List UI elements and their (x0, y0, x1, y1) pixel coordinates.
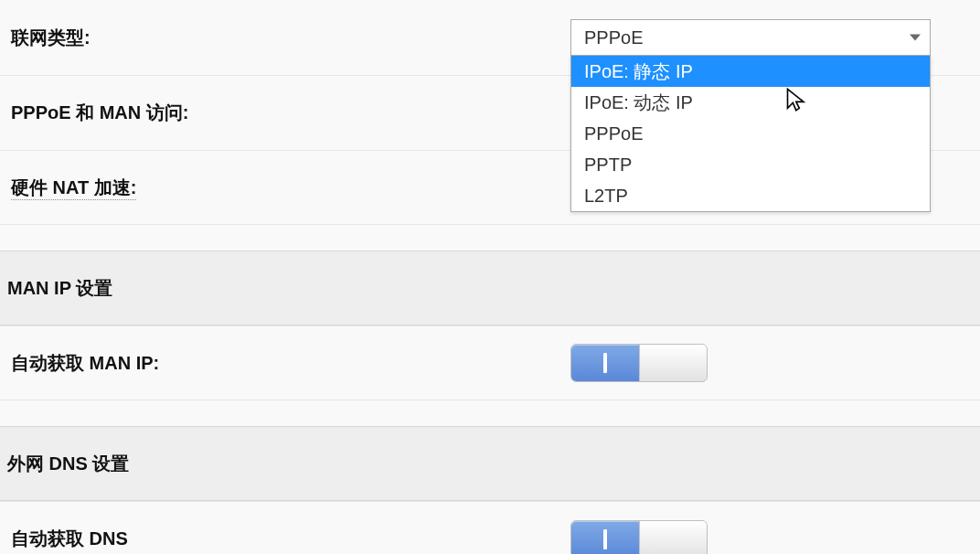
connection-type-select[interactable]: PPPoE (570, 19, 931, 56)
connection-type-option[interactable]: PPPoE (571, 118, 930, 149)
spacer (0, 400, 980, 426)
row-auto-man-ip: 自动获取 MAN IP: (0, 325, 980, 400)
connection-type-dropdown[interactable]: IPoE: 静态 IP IPoE: 动态 IP PPPoE PPTP L2TP (570, 55, 931, 212)
connection-type-option[interactable]: L2TP (571, 180, 930, 211)
row-auto-dns: 自动获取 DNS (0, 501, 980, 554)
connection-type-option[interactable]: IPoE: 动态 IP (571, 87, 930, 118)
toggle-auto-dns[interactable] (570, 520, 708, 555)
control-connection-type: PPPoE IPoE: 静态 IP IPoE: 动态 IP PPPoE PPTP… (570, 19, 969, 56)
label-connection-type: 联网类型: (11, 26, 570, 50)
section-wan-dns-title: 外网 DNS 设置 (7, 452, 129, 476)
label-hw-nat-text: 硬件 NAT 加速: (11, 177, 136, 200)
label-connection-type-text: 联网类型: (11, 27, 91, 48)
label-auto-dns-text: 自动获取 DNS (11, 528, 128, 549)
connection-type-option[interactable]: IPoE: 静态 IP (571, 56, 930, 87)
toggle-on-half (571, 345, 639, 381)
label-auto-man-ip-text: 自动获取 MAN IP: (11, 353, 159, 373)
section-man-ip: MAN IP 设置 (0, 250, 980, 325)
control-auto-dns (570, 520, 969, 555)
connection-type-selected-text: PPPoE (584, 27, 643, 48)
toggle-on-indicator-icon (603, 353, 607, 373)
label-hw-nat: 硬件 NAT 加速: (11, 176, 570, 200)
section-wan-dns: 外网 DNS 设置 (0, 426, 980, 501)
section-man-ip-title: MAN IP 设置 (7, 276, 112, 301)
chevron-down-icon (910, 35, 921, 41)
row-connection-type: 联网类型: PPPoE IPoE: 静态 IP IPoE: 动态 IP PPPo… (0, 0, 980, 75)
label-pppoe-man-access: PPPoE 和 MAN 访问: (11, 101, 570, 125)
toggle-auto-man-ip[interactable] (570, 344, 708, 382)
label-auto-dns: 自动获取 DNS (11, 527, 570, 551)
toggle-on-indicator-icon (603, 529, 607, 549)
label-pppoe-man-access-text: PPPoE 和 MAN 访问: (11, 102, 188, 123)
spacer (0, 225, 980, 250)
label-auto-man-ip: 自动获取 MAN IP: (11, 351, 570, 376)
toggle-off-half (639, 345, 707, 381)
connection-type-option[interactable]: PPTP (571, 149, 930, 180)
toggle-off-half (639, 521, 707, 555)
control-auto-man-ip (570, 344, 969, 382)
toggle-on-half (571, 521, 639, 555)
